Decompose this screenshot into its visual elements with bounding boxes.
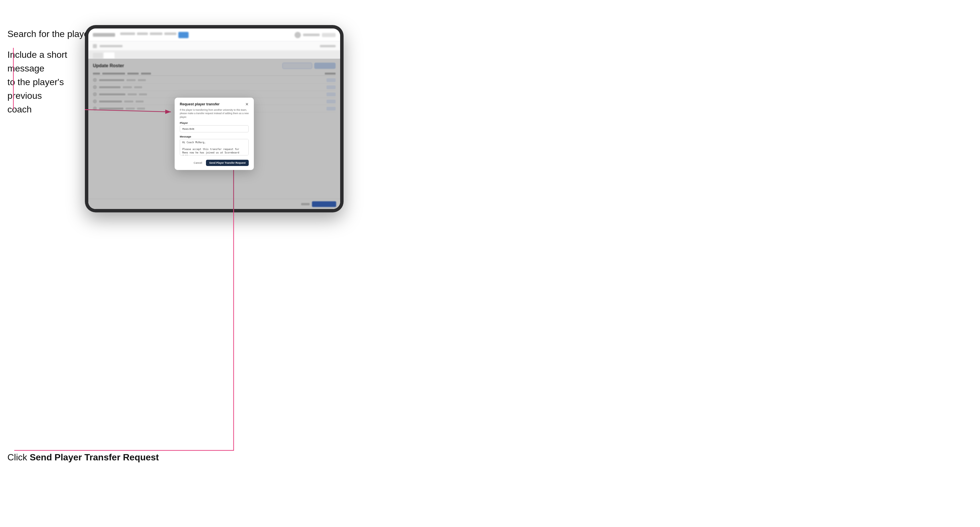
player-input[interactable] (180, 125, 249, 132)
player-label: Player (180, 121, 249, 124)
send-transfer-request-button[interactable]: Send Player Transfer Request (206, 160, 249, 166)
annotation-search: Search for the player. (7, 27, 94, 41)
message-textarea[interactable]: Hi Coach McHarg, Please accept this tran… (180, 139, 249, 156)
cancel-button[interactable]: Cancel (192, 160, 204, 165)
tablet-device: Update Roster (85, 25, 344, 213)
message-label: Message (180, 135, 249, 138)
modal-title: Request player transfer (180, 102, 220, 106)
main-content: Update Roster (88, 59, 340, 209)
modal-overlay: Request player transfer ✕ If the player … (88, 59, 340, 209)
annotation-message: Include a short message to the player's … (7, 48, 83, 116)
roster-tabs (88, 51, 340, 59)
tablet-screen: Update Roster (88, 29, 340, 209)
modal-footer: Cancel Send Player Transfer Request (180, 160, 249, 166)
app-header (88, 29, 340, 41)
sub-header (88, 41, 340, 51)
annotation-click: Click Send Player Transfer Request (7, 451, 159, 464)
modal-close-button[interactable]: ✕ (245, 102, 249, 106)
modal-dialog: Request player transfer ✕ If the player … (175, 98, 254, 170)
modal-description: If the player is transferring from anoth… (180, 108, 249, 119)
modal-header: Request player transfer ✕ (180, 102, 249, 106)
